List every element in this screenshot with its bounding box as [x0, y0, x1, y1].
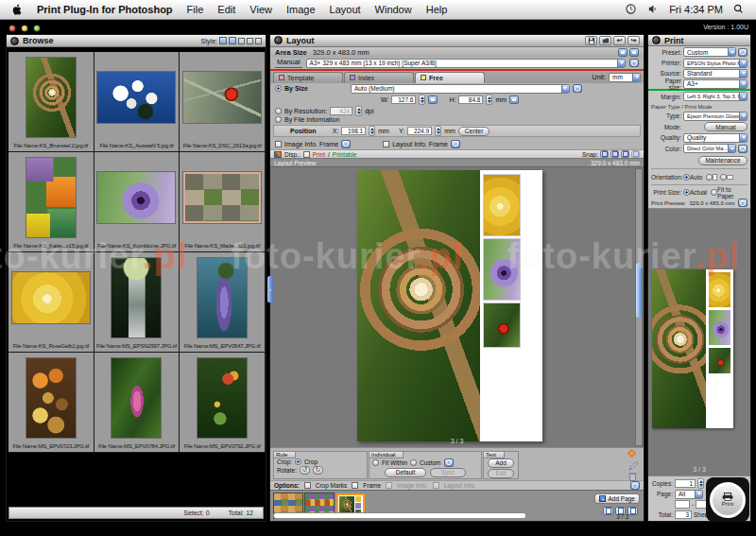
- frame-checkbox[interactable]: [352, 482, 358, 489]
- options-settings-button[interactable]: [630, 481, 640, 490]
- height-input[interactable]: 84.8: [458, 95, 483, 104]
- menu-view[interactable]: View: [249, 4, 272, 15]
- snap-edge-button[interactable]: [610, 150, 619, 158]
- menu-edit[interactable]: Edit: [217, 4, 235, 15]
- snap-grid-button[interactable]: [600, 150, 609, 158]
- paper-refresh-button[interactable]: [629, 59, 639, 67]
- center-button[interactable]: Center: [458, 127, 490, 136]
- maintenance-button[interactable]: Maintenance: [698, 156, 747, 165]
- preview-zoom-button[interactable]: [738, 199, 747, 207]
- print-preview-area[interactable]: 3 / 3: [648, 208, 750, 476]
- fit-within-radio[interactable]: [372, 459, 379, 466]
- layout-info-settings-button[interactable]: [451, 140, 460, 148]
- menu-help[interactable]: Help: [426, 4, 448, 15]
- print-button[interactable]: Print: [706, 477, 749, 522]
- printer-dropdown[interactable]: EPSON Stylus Photo R1900: [683, 59, 747, 68]
- crop-marks-checkbox[interactable]: [304, 482, 311, 489]
- orientation-portrait-radio[interactable]: [706, 174, 713, 181]
- placed-image-fern[interactable]: [357, 170, 480, 441]
- snap-off-button[interactable]: [631, 150, 640, 158]
- panel-collapse-icon[interactable]: [10, 37, 19, 45]
- add-page-button[interactable]: + Add Page: [594, 493, 640, 504]
- source-dropdown[interactable]: Standard: [683, 69, 747, 78]
- quality-dropdown[interactable]: Quality: [683, 133, 747, 143]
- custom-radio[interactable]: [410, 459, 417, 466]
- thumbnail-cell[interactable]: File Name:MS_EPV0723.JPG.tif: [9, 353, 94, 453]
- image-info-frame-checkbox[interactable]: [275, 141, 282, 147]
- thumbnail-cell[interactable]: File Name:KS_Kornblume.JPG.tif: [94, 152, 180, 252]
- media-type-dropdown[interactable]: Epson Premium Glossy: [683, 112, 747, 121]
- resolution-input[interactable]: 424: [330, 107, 352, 115]
- panel-collapse-icon[interactable]: [274, 36, 283, 44]
- menu-window[interactable]: Window: [375, 4, 412, 15]
- size-settings-button[interactable]: [573, 84, 582, 93]
- tab-index[interactable]: Index: [344, 72, 414, 83]
- range-from-input[interactable]: [675, 500, 690, 509]
- layout-preview-area[interactable]: 3 / 3: [270, 166, 644, 446]
- orientation-landscape-radio[interactable]: [720, 174, 727, 181]
- custom-settings-button[interactable]: [444, 458, 454, 467]
- wh-settings-button[interactable]: [509, 95, 519, 104]
- spotlight-icon[interactable]: [733, 4, 745, 15]
- filmstrip-scrollbar[interactable]: [273, 512, 526, 519]
- paper-size-dropdown[interactable]: A3+ 329 x 483 mm (13 x 19 inch) [Super A…: [306, 59, 626, 68]
- redo-button[interactable]: ↪: [627, 36, 640, 45]
- placed-image-rose[interactable]: [484, 175, 520, 235]
- style-detail-button[interactable]: [247, 38, 253, 44]
- close-button[interactable]: [9, 25, 16, 32]
- color-dropdown[interactable]: Direct Color Ma...: [683, 144, 736, 153]
- panel-collapse-handle[interactable]: ‹: [267, 276, 273, 303]
- unit-dropdown[interactable]: mm: [609, 73, 641, 82]
- thumbnail-cell[interactable]: File Name:KS_RoseGelb1.jpg.tif: [9, 252, 94, 353]
- thumbnail-cell[interactable]: File Name:MS_EPV0784.JPG.tif: [94, 353, 180, 453]
- thumbnail-cell[interactable]: File Name:MS_EPSN2997.JPG.tif: [94, 252, 180, 353]
- image-info-settings-button[interactable]: [341, 140, 351, 148]
- position-y-input[interactable]: 224.9: [407, 127, 432, 135]
- thumbnail-cell[interactable]: File Name:KS_DSC_2613a.jpg.tif: [180, 52, 266, 152]
- thumbnail-cell[interactable]: File Name:MS_EPV0547.JPG.tif: [180, 252, 266, 353]
- by-resolution-radio[interactable]: [275, 108, 282, 114]
- menu-image[interactable]: Image: [286, 4, 316, 15]
- manual-mode-button[interactable]: Manual: [704, 122, 747, 131]
- save-layout-button[interactable]: [585, 36, 597, 45]
- crop-radio[interactable]: [295, 458, 301, 465]
- height-stepper[interactable]: [486, 95, 492, 105]
- delete-trash-icon[interactable]: [628, 472, 637, 481]
- tab-template[interactable]: Template: [273, 72, 343, 83]
- area-settings-button[interactable]: [629, 48, 639, 57]
- snap-object-button[interactable]: [621, 150, 629, 158]
- rotate-left-button[interactable]: ↺: [300, 466, 310, 475]
- scrollbar-thumb[interactable]: [636, 263, 642, 318]
- sync-button[interactable]: Sync: [430, 468, 466, 477]
- apple-menu-icon[interactable]: [11, 4, 23, 15]
- thumbnail-cell[interactable]: File Name:KS_Auswahl 5.jpg.tif: [94, 52, 180, 152]
- layout-info-frame-checkbox[interactable]: [383, 141, 389, 147]
- orientation-auto-radio[interactable]: [683, 174, 690, 181]
- zoom-button[interactable]: [33, 25, 41, 32]
- position-x-input[interactable]: 198.1: [341, 127, 366, 135]
- position-x-stepper[interactable]: [369, 126, 375, 136]
- undo-button[interactable]: ↩: [613, 36, 626, 45]
- menu-layout[interactable]: Layout: [330, 4, 361, 15]
- resolution-stepper[interactable]: [355, 106, 362, 116]
- layout-info-checkbox[interactable]: [433, 482, 439, 489]
- vertical-scrollbar[interactable]: [635, 168, 643, 445]
- style-grid-small-button[interactable]: [229, 37, 236, 44]
- default-button[interactable]: Default: [385, 468, 426, 477]
- thumbnail-cell[interactable]: File Name:KS_Made...it01.jpg.tif: [180, 152, 266, 252]
- menu-file[interactable]: File: [187, 4, 204, 15]
- display-mode-icon[interactable]: [274, 151, 282, 158]
- link-wh-button[interactable]: [428, 95, 438, 104]
- fit-to-paper-radio[interactable]: [711, 189, 717, 196]
- placed-image-cornflower[interactable]: [484, 239, 520, 300]
- style-list-button[interactable]: [238, 38, 245, 44]
- paper-size-dropdown[interactable]: A3+: [683, 79, 747, 89]
- width-stepper[interactable]: [419, 95, 425, 105]
- color-settings-button[interactable]: [738, 145, 747, 153]
- image-info-checkbox[interactable]: [386, 482, 392, 489]
- by-file-radio[interactable]: [275, 116, 282, 123]
- rotate-right-button[interactable]: ↻: [313, 466, 323, 475]
- page-range-dropdown[interactable]: All: [675, 490, 703, 499]
- page-canvas[interactable]: [357, 170, 542, 441]
- add-text-button[interactable]: Add: [488, 458, 514, 468]
